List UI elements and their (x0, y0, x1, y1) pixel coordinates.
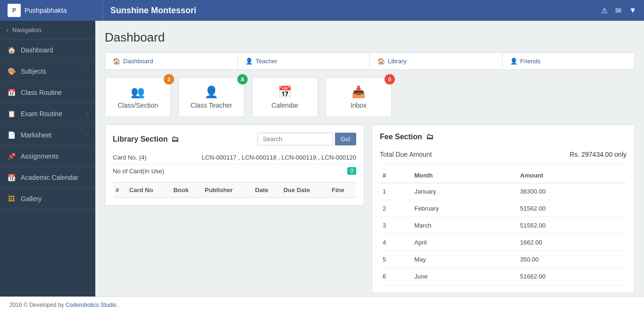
library-in-use-row: No of Card(In Use) 0 (113, 164, 356, 178)
library-table: # Card No Book Publisher Date Due Date F… (113, 182, 356, 198)
fee-table-row: 2 February 51562.00 (380, 200, 627, 217)
fee-row-month: June (411, 268, 517, 285)
sidebar-item-label: Assignments (21, 152, 59, 160)
total-due-row: Total Due Amount Rs. 297434.00 only (380, 147, 627, 164)
main-layout: ‹ Navigation 🏠 Dashboard 🎨 Subjects › 📅 … (0, 21, 644, 296)
sidebar: ‹ Navigation 🏠 Dashboard 🎨 Subjects › 📅 … (0, 21, 95, 296)
fee-table-row: 5 May 350.00 (380, 251, 627, 268)
chevron-right-icon: › (87, 68, 89, 74)
sidebar-item-marksheet[interactable]: 📄 Marksheet › (0, 125, 95, 146)
widget-class-teacher[interactable]: A 👤 Class Teacher (178, 77, 244, 117)
footer-dev-link[interactable]: Coderobotics Studio (66, 302, 117, 308)
dashboard-icon: 🏠 (7, 45, 16, 55)
subjects-icon: 🎨 (7, 67, 16, 76)
nav-back-icon[interactable]: ‹ (7, 27, 8, 34)
logo-area: P Pushpabhakta (8, 0, 103, 21)
dropdown-icon[interactable]: ▼ (629, 6, 636, 15)
marksheet-icon: 📄 (7, 130, 16, 140)
col-card-no: Card No (126, 183, 171, 198)
sidebar-item-assignments[interactable]: 📌 Assignments (0, 146, 95, 167)
library-search-input[interactable] (258, 133, 333, 145)
academic-calendar-icon: 📆 (7, 173, 16, 182)
fee-col-amount: Amount (517, 168, 627, 183)
widget-class-section[interactable]: 2 👥 Class/Section (105, 77, 171, 117)
fee-row-num: 3 (380, 217, 411, 234)
fee-table-row: 6 June 51662.00 (380, 268, 627, 285)
fee-row-month: January (411, 183, 517, 200)
tab-library-label: Library (388, 58, 407, 65)
sidebar-item-label: Dashboard (21, 46, 53, 54)
tab-dashboard[interactable]: 🏠 Dashboard (105, 53, 238, 69)
tab-library[interactable]: 🏠 Library (370, 53, 502, 69)
fee-title-icon: 🗂 (426, 133, 434, 141)
fee-col: Fee Section 🗂 Total Due Amount Rs. 29743… (372, 125, 635, 293)
library-title-text: Library Section (113, 135, 167, 144)
widget-calendar[interactable]: 📅 Calendar (252, 77, 318, 117)
fee-section-header: Fee Section 🗂 (380, 133, 627, 141)
fee-table-row: 4 April 1662.00 (380, 234, 627, 251)
alert-icon[interactable]: ⚠ (601, 6, 608, 15)
fee-row-amount: 350.00 (517, 251, 627, 268)
library-section-title: Library Section 🗂 (113, 135, 179, 144)
two-col-layout: Library Section 🗂 Go! Card No. (4) LCN-0… (105, 125, 635, 293)
nav-label: Navigation (12, 26, 41, 34)
tab-nav: 🏠 Dashboard 👤 Teacher 🏠 Library 👤 Friend… (105, 52, 635, 70)
sidebar-item-exam-routine[interactable]: 📋 Exam Routine › (0, 103, 95, 125)
library-title-icon: 🗂 (171, 135, 179, 144)
tab-dashboard-label: Dashboard (123, 58, 153, 65)
tab-teacher[interactable]: 👤 Teacher (238, 53, 370, 69)
sidebar-item-class-routine[interactable]: 📅 Class Routine (0, 82, 95, 103)
fee-table: # Month Amount 1 January 36300.00 2 Febr… (380, 168, 627, 285)
class-routine-icon: 📅 (7, 88, 16, 97)
top-header: P Pushpabhakta Sunshine Montessori ⚠ ✉ ▼ (0, 0, 644, 21)
fee-col-month: Month (411, 168, 517, 183)
app-logo: P (8, 4, 21, 17)
class-section-badge: 2 (164, 74, 174, 85)
widget-inbox[interactable]: 0 📥 Inbox (326, 77, 392, 117)
library-go-button[interactable]: Go! (335, 133, 356, 145)
tab-friends[interactable]: 👤 Friends (502, 53, 635, 69)
gallery-icon: 🖼 (7, 194, 16, 203)
inbox-label: Inbox (351, 102, 367, 109)
card-no-label: Card No. (4) (113, 154, 147, 161)
fee-row-num: 6 (380, 268, 411, 285)
mail-icon[interactable]: ✉ (615, 6, 621, 15)
fee-row-month: April (411, 234, 517, 251)
col-fine: Fine (329, 183, 356, 198)
class-teacher-label: Class Teacher (191, 102, 232, 109)
footer-copy: 2016 © Developed by (9, 302, 64, 308)
sidebar-item-label: Marksheet (21, 131, 51, 139)
sidebar-item-label: Gallery (21, 195, 42, 203)
tab-library-icon: 🏠 (377, 58, 385, 65)
inbox-badge: 0 (385, 74, 395, 85)
sidebar-item-subjects[interactable]: 🎨 Subjects › (0, 61, 95, 82)
tab-dashboard-icon: 🏠 (113, 58, 120, 65)
class-teacher-badge: A (237, 74, 248, 85)
fee-section-title: Fee Section 🗂 (380, 133, 434, 141)
page-title: Dashboard (105, 30, 635, 45)
fee-row-num: 5 (380, 251, 411, 268)
tab-teacher-icon: 👤 (245, 58, 253, 65)
fee-row-month: March (411, 217, 517, 234)
class-teacher-icon: 👤 (204, 85, 218, 99)
col-date: Date (252, 183, 281, 198)
fee-section-card: Fee Section 🗂 Total Due Amount Rs. 29743… (372, 125, 635, 293)
fee-table-row: 1 January 36300.00 (380, 183, 627, 200)
chevron-right-icon: › (87, 132, 89, 138)
library-search-area: Go! (258, 133, 356, 145)
total-due-amount: Rs. 297434.00 only (569, 151, 627, 158)
sidebar-item-academic-calendar[interactable]: 📆 Academic Calendar (0, 167, 95, 188)
sidebar-item-label: Class Routine (21, 89, 62, 96)
library-col: Library Section 🗂 Go! Card No. (4) LCN-0… (105, 125, 364, 293)
tab-teacher-label: Teacher (256, 58, 277, 65)
exam-routine-icon: 📋 (7, 109, 16, 118)
col-due-date: Due Date (281, 183, 329, 198)
tab-friends-icon: 👤 (510, 58, 518, 65)
fee-row-num: 4 (380, 234, 411, 251)
sidebar-item-gallery[interactable]: 🖼 Gallery (0, 188, 95, 210)
fee-table-row: 3 March 51562.00 (380, 217, 627, 234)
inbox-icon: 📥 (351, 85, 366, 99)
sidebar-item-dashboard[interactable]: 🏠 Dashboard (0, 40, 95, 61)
header-icons: ⚠ ✉ ▼ (601, 6, 636, 15)
sidebar-nav-header: ‹ Navigation (0, 21, 95, 40)
